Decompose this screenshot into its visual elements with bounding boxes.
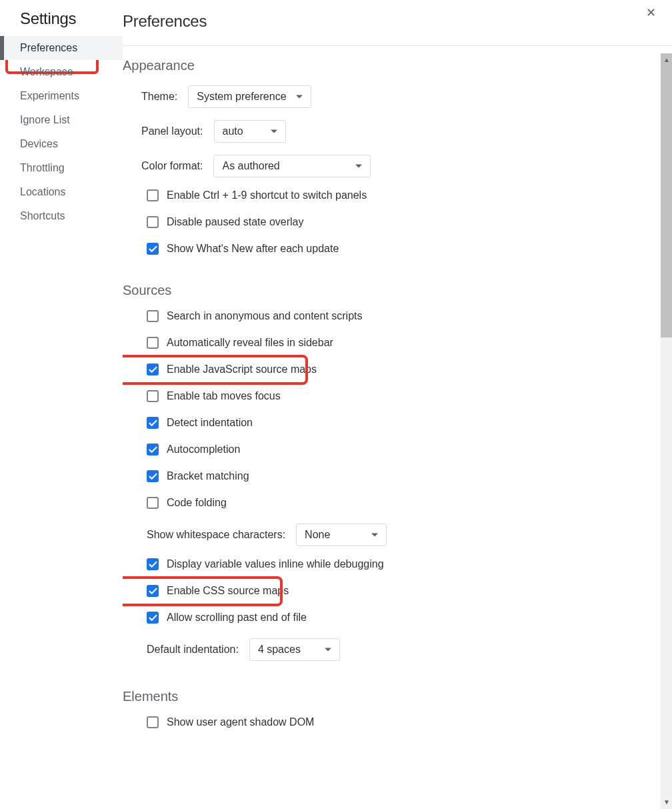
sidebar-item-throttling[interactable]: Throttling [0, 156, 123, 180]
sidebar-item-label: Devices [20, 138, 58, 149]
checkbox-shadow[interactable] [147, 716, 159, 728]
color-format-select[interactable]: As authored [213, 155, 371, 177]
checkbox-whatsnew[interactable] [147, 243, 159, 255]
main-panel: Preferences Appearance Theme: System pre… [123, 0, 672, 809]
checkbox-label[interactable]: Show What's New after each update [167, 243, 339, 255]
checkbox-indent[interactable] [147, 417, 159, 429]
default-indent-select[interactable]: 4 spaces [249, 638, 340, 661]
checkbox-label[interactable]: Show user agent shadow DOM [167, 716, 314, 728]
checkbox-bracket[interactable] [147, 470, 159, 482]
checkbox-row-overlay: Disable paused state overlay [123, 216, 656, 228]
scroll-down-icon[interactable]: ▼ [663, 798, 670, 806]
settings-sidebar: Settings Preferences Workspace Experimen… [0, 0, 123, 809]
checkbox-shortcut[interactable] [147, 189, 159, 201]
chevron-down-icon [371, 534, 378, 537]
checkbox-label[interactable]: Disable paused state overlay [167, 216, 303, 228]
checkbox-search-anon[interactable] [147, 310, 159, 322]
checkbox-row-indent: Detect indentation [123, 417, 656, 429]
content-scroll: Appearance Theme: System preference Pane… [123, 46, 672, 790]
section-title: Elements [123, 689, 656, 716]
checkbox-row-shortcut: Enable Ctrl + 1-9 shortcut to switch pan… [123, 189, 656, 201]
section-title: Sources [123, 283, 656, 310]
checkbox-fold[interactable] [147, 497, 159, 509]
sidebar-item-label: Throttling [20, 162, 65, 173]
sidebar-item-devices[interactable]: Devices [0, 132, 123, 156]
checkbox-row-inline: Display variable values inline while deb… [123, 558, 656, 570]
checkbox-row-jsmap: Enable JavaScript source maps [123, 363, 656, 375]
settings-container: Settings Preferences Workspace Experimen… [0, 0, 672, 809]
sidebar-item-preferences[interactable]: Preferences [0, 36, 123, 60]
select-value: auto [223, 125, 243, 137]
checkbox-row-scrollpast: Allow scrolling past end of file [123, 612, 656, 624]
section-sources: Sources Search in anonymous and content … [123, 271, 656, 677]
checkbox-label[interactable]: Enable JavaScript source maps [167, 363, 317, 375]
select-value: 4 spaces [258, 644, 301, 656]
sidebar-item-workspace[interactable]: Workspace [0, 60, 123, 84]
checkbox-label[interactable]: Search in anonymous and content scripts [167, 310, 363, 322]
checkbox-jsmap[interactable] [147, 363, 159, 375]
checkbox-label[interactable]: Display variable values inline while deb… [167, 558, 384, 570]
color-format-label: Color format: [141, 160, 203, 172]
chevron-down-icon [325, 648, 331, 652]
checkbox-row-fold: Code folding [123, 497, 656, 509]
checkbox-label[interactable]: Automatically reveal files in sidebar [167, 337, 333, 349]
checkbox-row-cssmap: Enable CSS source maps [123, 585, 656, 597]
panel-layout-label: Panel layout: [141, 125, 203, 137]
sidebar-item-label: Experiments [20, 90, 79, 101]
sidebar-item-ignore-list[interactable]: Ignore List [0, 108, 123, 132]
checkbox-label[interactable]: Allow scrolling past end of file [167, 612, 307, 624]
checkbox-reveal[interactable] [147, 337, 159, 349]
select-value: System preference [197, 91, 286, 103]
checkbox-label[interactable]: Code folding [167, 497, 227, 509]
checkbox-row-search-anon: Search in anonymous and content scripts [123, 310, 656, 322]
checkbox-autocomplete[interactable] [147, 444, 159, 456]
theme-label: Theme: [141, 91, 177, 103]
scroll-up-icon[interactable]: ▲ [663, 56, 670, 63]
select-value: None [305, 529, 330, 541]
chevron-down-icon [355, 165, 362, 168]
checkbox-label[interactable]: Autocompletion [167, 444, 240, 456]
checkbox-tabfocus[interactable] [147, 390, 159, 402]
theme-select[interactable]: System preference [188, 85, 311, 108]
checkbox-scrollpast[interactable] [147, 612, 159, 624]
checkbox-label[interactable]: Enable CSS source maps [167, 585, 289, 597]
row-default-indent: Default indentation: 4 spaces [123, 638, 656, 661]
sidebar-item-label: Ignore List [20, 114, 70, 125]
sidebar-item-label: Workspace [20, 66, 73, 77]
whitespace-label: Show whitespace characters: [147, 529, 285, 541]
checkbox-cssmap[interactable] [147, 585, 159, 597]
section-elements: Elements Show user agent shadow DOM [123, 677, 656, 728]
row-color-format: Color format: As authored [123, 155, 656, 189]
chevron-down-icon [296, 95, 303, 99]
scrollbar-thumb[interactable] [661, 53, 672, 337]
checkbox-overlay[interactable] [147, 216, 159, 228]
checkbox-row-shadow: Show user agent shadow DOM [123, 716, 656, 728]
checkbox-label[interactable]: Enable Ctrl + 1-9 shortcut to switch pan… [167, 189, 367, 201]
sidebar-item-label: Preferences [20, 42, 77, 53]
checkbox-inline[interactable] [147, 558, 159, 570]
sidebar-item-experiments[interactable]: Experiments [0, 84, 123, 108]
sidebar-title: Settings [0, 9, 123, 36]
chevron-down-icon [271, 130, 277, 133]
whitespace-select[interactable]: None [296, 524, 387, 546]
sidebar-item-shortcuts[interactable]: Shortcuts [0, 204, 123, 228]
main-title: Preferences [123, 12, 672, 45]
checkbox-row-autocomplete: Autocompletion [123, 444, 656, 456]
checkbox-row-tabfocus: Enable tab moves focus [123, 390, 656, 402]
sidebar-item-label: Locations [20, 186, 66, 197]
checkbox-label[interactable]: Bracket matching [167, 470, 249, 482]
panel-layout-select[interactable]: auto [214, 120, 286, 143]
row-panel-layout: Panel layout: auto [123, 120, 656, 155]
sidebar-item-locations[interactable]: Locations [0, 180, 123, 204]
row-whitespace: Show whitespace characters: None [123, 524, 656, 558]
section-title: Appearance [123, 58, 656, 85]
checkbox-row-whatsnew: Show What's New after each update [123, 243, 656, 255]
scrollbar-track[interactable] [661, 53, 672, 809]
section-appearance: Appearance Theme: System preference Pane… [123, 46, 656, 271]
select-value: As authored [222, 160, 279, 172]
sidebar-item-label: Shortcuts [20, 210, 65, 221]
default-indent-label: Default indentation: [147, 644, 239, 656]
checkbox-label[interactable]: Enable tab moves focus [167, 390, 281, 402]
checkbox-label[interactable]: Detect indentation [167, 417, 253, 429]
checkbox-row-reveal: Automatically reveal files in sidebar [123, 337, 656, 349]
